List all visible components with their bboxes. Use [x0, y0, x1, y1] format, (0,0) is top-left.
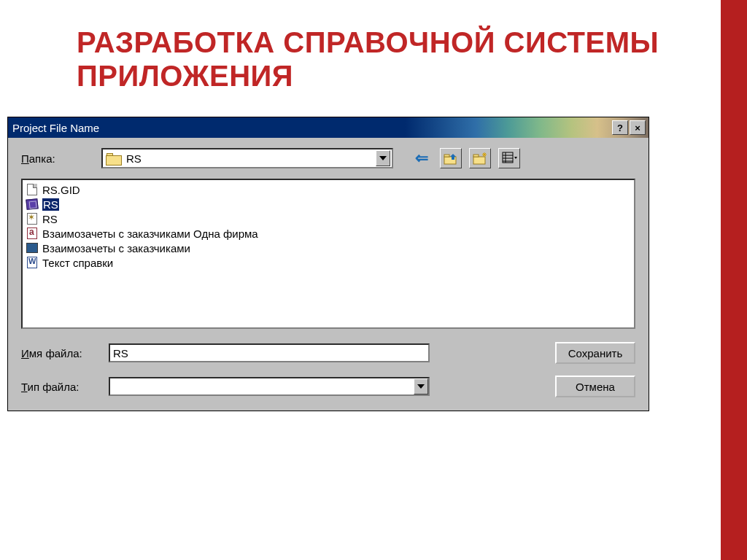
help-button[interactable]: ?	[612, 120, 628, 135]
word-doc-icon	[25, 256, 39, 269]
folder-dropdown-button[interactable]	[376, 150, 390, 166]
file-list[interactable]: RS.GID RS RS Взаимозачеты с заказчиками …	[21, 179, 635, 329]
config-icon	[25, 212, 39, 225]
view-menu-button[interactable]	[498, 148, 520, 168]
close-button[interactable]: ×	[630, 120, 646, 135]
up-folder-icon	[443, 151, 459, 166]
new-folder-icon	[472, 151, 488, 166]
file-name: RS.GID	[42, 184, 80, 196]
save-dialog: Project File Name ? × Папка: RS ⇐	[7, 117, 649, 411]
file-item[interactable]: RS	[24, 211, 632, 226]
screen-icon	[25, 241, 39, 254]
dialog-body: Папка: RS ⇐ RS.G	[8, 138, 649, 411]
filename-value: RS	[113, 347, 128, 359]
file-icon	[25, 183, 39, 196]
bottom-fields: Имя файла: RS Сохранить Тип файла: Отмен…	[21, 342, 635, 397]
file-name: Взаимозачеты с заказчиками Одна фирма	[42, 228, 258, 240]
slide-title: РАЗРАБОТКА СПРАВОЧНОЙ СИСТЕМЫ ПРИЛОЖЕНИЯ	[77, 26, 675, 93]
file-name: RS	[42, 213, 58, 225]
up-folder-button[interactable]	[440, 148, 462, 168]
file-item[interactable]: RS	[24, 197, 632, 211]
file-name: RS	[42, 198, 59, 211]
file-item[interactable]: Взаимозачеты с заказчиками	[24, 241, 632, 255]
save-button[interactable]: Сохранить	[555, 342, 635, 364]
rtf-icon	[25, 227, 39, 240]
svg-rect-1	[444, 155, 449, 157]
folder-label: Папка:	[21, 152, 101, 165]
file-name: Взаимозачеты с заказчиками	[42, 242, 190, 254]
nav-icons: ⇐	[411, 148, 520, 168]
filetype-label: Тип файла:	[21, 381, 109, 393]
svg-rect-2	[473, 157, 485, 164]
new-folder-button[interactable]	[469, 148, 491, 168]
file-item[interactable]: Текст справки	[24, 255, 632, 270]
filename-input[interactable]: RS	[109, 343, 430, 362]
folder-icon	[106, 152, 122, 165]
view-list-icon	[501, 151, 517, 166]
filetype-dropdown-button[interactable]	[414, 378, 428, 394]
file-name: Текст справки	[42, 257, 113, 269]
file-item[interactable]: RS.GID	[24, 182, 632, 197]
folder-value: RS	[126, 152, 376, 165]
close-icon: ×	[635, 122, 640, 133]
back-arrow-icon: ⇐	[415, 150, 428, 166]
folder-label-rest: апка:	[29, 152, 55, 165]
svg-rect-3	[473, 155, 479, 157]
filename-label: Имя файла:	[21, 347, 109, 359]
back-button[interactable]: ⇐	[411, 148, 433, 168]
filetype-combo[interactable]	[109, 377, 430, 396]
accent-bar	[721, 0, 747, 560]
cancel-button[interactable]: Отмена	[555, 376, 635, 397]
book-icon	[25, 198, 39, 211]
folder-combo[interactable]: RS	[101, 148, 393, 168]
file-item[interactable]: Взаимозачеты с заказчиками Одна фирма	[24, 226, 632, 241]
titlebar[interactable]: Project File Name ? ×	[8, 117, 649, 138]
window-title: Project File Name	[12, 122, 611, 134]
help-icon: ?	[617, 122, 623, 133]
